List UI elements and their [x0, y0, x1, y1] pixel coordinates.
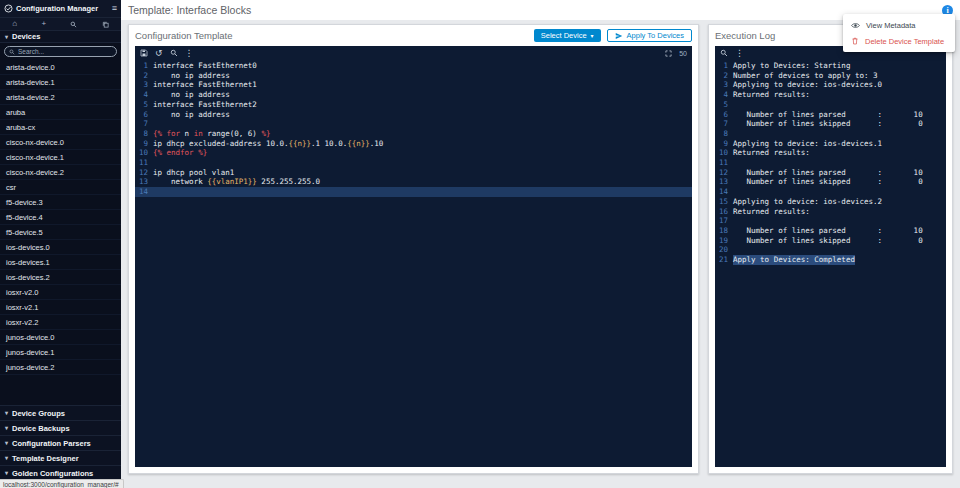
- log-line: 12 Number of lines parsed : 10: [715, 168, 946, 178]
- device-list-item[interactable]: csr: [0, 180, 121, 195]
- apply-to-devices-button[interactable]: Apply To Devices: [607, 29, 692, 42]
- device-list-item[interactable]: junos-device.2: [0, 360, 121, 375]
- template-code-line[interactable]: 14: [135, 187, 692, 197]
- fullscreen-icon[interactable]: [665, 50, 672, 57]
- hamburger-icon[interactable]: ≡: [112, 4, 117, 13]
- sidebar-section-template-designer[interactable]: ▾Template Designer: [0, 450, 121, 465]
- template-code-line[interactable]: 3interface FastEthernet1: [135, 80, 692, 90]
- device-list-item[interactable]: ios-devices.1: [0, 255, 121, 270]
- template-code-line[interactable]: 8{% for n in range(0, 6) %}: [135, 129, 692, 139]
- code-text: no ip address: [153, 110, 230, 120]
- caret-down-icon: ▾: [591, 33, 594, 39]
- trash-icon: [851, 37, 859, 45]
- template-code-line[interactable]: 2 no ip address: [135, 71, 692, 81]
- template-code-line[interactable]: 12ip dhcp pool vlan1: [135, 168, 692, 178]
- line-number: 13: [135, 177, 153, 187]
- sidebar: Configuration Manager ≡ ⌂ + ▾ Devices: [0, 0, 121, 488]
- device-search-input[interactable]: [18, 48, 112, 55]
- log-line: 18 Number of lines parsed : 10: [715, 226, 946, 236]
- log-line: 11: [715, 158, 946, 168]
- device-list-item[interactable]: arista-device.2: [0, 90, 121, 105]
- save-icon[interactable]: [140, 49, 148, 57]
- line-number: 5: [715, 100, 733, 110]
- add-icon[interactable]: +: [41, 20, 46, 28]
- copy-icon[interactable]: [102, 21, 109, 28]
- template-code-line[interactable]: 13 network {{vlanIP1}} 255.255.255.0: [135, 177, 692, 187]
- template-code-line[interactable]: 10{% endfor %}: [135, 148, 692, 158]
- log-line: 7 Number of lines skipped : 0: [715, 119, 946, 129]
- sidebar-section-golden-configurations[interactable]: ▾Golden Configurations: [0, 465, 121, 480]
- template-code[interactable]: 1interface FastEthernet02 no ip address3…: [135, 60, 692, 467]
- device-list-item[interactable]: f5-device.3: [0, 195, 121, 210]
- code-text: {% endfor %}: [153, 148, 207, 158]
- template-code-line[interactable]: 5interface FastEthernet2: [135, 100, 692, 110]
- menu-item-delete-device-template[interactable]: Delete Device Template: [843, 33, 955, 49]
- apply-to-devices-label: Apply To Devices: [627, 31, 684, 40]
- search-icon[interactable]: [720, 49, 728, 57]
- log-text: Number of lines parsed : 10: [733, 168, 923, 178]
- log-line: 10Returned results:: [715, 148, 946, 158]
- device-list-item[interactable]: ios-devices.2: [0, 270, 121, 285]
- sidebar-section-device-groups[interactable]: ▾Device Groups: [0, 405, 121, 420]
- device-list-item[interactable]: aruba: [0, 105, 121, 120]
- device-list-item[interactable]: cisco-nx-device.1: [0, 150, 121, 165]
- device-list-item[interactable]: iosxr-v2.1: [0, 300, 121, 315]
- context-menu: View Metadata Delete Device Template: [843, 14, 955, 52]
- device-list-item[interactable]: cisco-nx-device.2: [0, 165, 121, 180]
- line-number: 13: [715, 177, 733, 187]
- log-code: 1Apply to Devices: Starting2Number of de…: [715, 60, 946, 467]
- line-number: 8: [135, 129, 153, 139]
- kebab-menu-icon[interactable]: ⋮: [185, 49, 194, 58]
- kebab-menu-icon[interactable]: ⋮: [735, 49, 744, 58]
- template-code-line[interactable]: 9ip dhcp excluded-address 10.0.{{n}}.1 1…: [135, 139, 692, 149]
- code-text: no ip address: [153, 71, 230, 81]
- app-logo-icon: [4, 4, 13, 13]
- search-icon[interactable]: [70, 21, 77, 28]
- log-line: 4Returned results:: [715, 90, 946, 100]
- line-number: 10: [135, 148, 153, 158]
- select-device-button[interactable]: Select Device ▾: [534, 29, 601, 42]
- undo-icon[interactable]: ↺: [155, 49, 163, 58]
- device-list-item[interactable]: iosxr-v2.2: [0, 315, 121, 330]
- sidebar-sections: ▾Device Groups▾Device Backups▾Configurat…: [0, 405, 121, 480]
- sidebar-section-configuration-parsers[interactable]: ▾Configuration Parsers: [0, 435, 121, 450]
- log-text: Applying to device: ios-devices.2: [733, 197, 882, 207]
- device-list-item[interactable]: f5-device.5: [0, 225, 121, 240]
- device-list-item[interactable]: junos-device.0: [0, 330, 121, 345]
- device-list-item[interactable]: cisco-nx-device.0: [0, 135, 121, 150]
- line-number: 12: [135, 168, 153, 178]
- eye-icon: [851, 21, 860, 30]
- line-number: 11: [715, 158, 733, 168]
- template-code-line[interactable]: 1interface FastEthernet0: [135, 61, 692, 71]
- log-line: 17: [715, 216, 946, 226]
- search-icon[interactable]: [170, 49, 178, 57]
- template-code-line[interactable]: 7: [135, 119, 692, 129]
- line-number: 7: [135, 119, 153, 129]
- device-list-item[interactable]: junos-device.1: [0, 345, 121, 360]
- sidebar-section-device-backups[interactable]: ▾Device Backups: [0, 420, 121, 435]
- template-code-line[interactable]: 4 no ip address: [135, 90, 692, 100]
- sidebar-section-devices[interactable]: ▾ Devices: [0, 30, 121, 43]
- template-code-line[interactable]: 6 no ip address: [135, 110, 692, 120]
- line-number: 1: [715, 61, 733, 71]
- template-editor-toolbar: ↺ ⋮ 50: [135, 46, 692, 60]
- sidebar-section-label: Golden Configurations: [12, 469, 93, 478]
- log-editor: ⋮ 1Apply to Devices: Starting2Number of …: [715, 46, 946, 467]
- chevron-down-icon: ▾: [5, 455, 8, 461]
- log-text: Returned results:: [733, 90, 810, 100]
- device-list-item[interactable]: arista-device.1: [0, 75, 121, 90]
- home-icon[interactable]: ⌂: [12, 20, 17, 28]
- device-list-item[interactable]: iosxr-v2.0: [0, 285, 121, 300]
- device-search-box[interactable]: [4, 46, 117, 57]
- main-area: Template: Interface Blocks i Configurati…: [121, 0, 960, 488]
- device-list-item[interactable]: aruba-cx: [0, 120, 121, 135]
- log-text: Apply to Devices: Completed: [733, 255, 855, 265]
- select-device-label: Select Device: [541, 31, 587, 40]
- template-code-line[interactable]: 11: [135, 158, 692, 168]
- status-url: localhost:3000/configuration_manager/#: [3, 481, 119, 488]
- menu-item-view-metadata[interactable]: View Metadata: [843, 17, 955, 33]
- line-number: 1: [135, 61, 153, 71]
- device-list-item[interactable]: ios-devices.0: [0, 240, 121, 255]
- device-list-item[interactable]: f5-device.4: [0, 210, 121, 225]
- device-list-item[interactable]: arista-device.0: [0, 60, 121, 75]
